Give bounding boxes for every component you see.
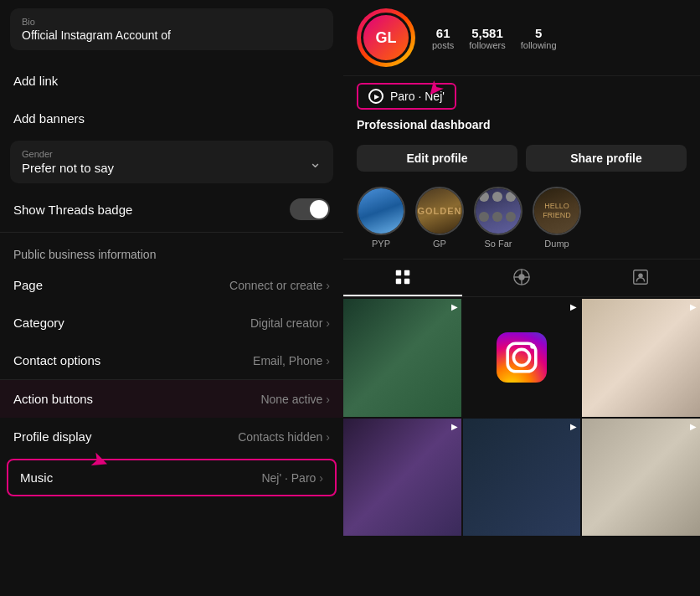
avatar-initials: GL: [376, 29, 397, 47]
gender-section[interactable]: Gender Prefer not to say ⌄: [10, 141, 333, 183]
action-chevron-icon: ›: [326, 393, 330, 406]
reel-badge-6: ▶: [690, 422, 697, 431]
edit-profile-button[interactable]: Edit profile: [357, 145, 517, 172]
highlight-image-gp: GOLDEN: [417, 188, 462, 234]
category-chevron-icon: ›: [326, 316, 330, 330]
threads-label: Show Threads badge: [13, 203, 132, 217]
highlight-image-pyp: [358, 188, 404, 234]
stat-following-label: following: [521, 40, 557, 50]
profile-display-row[interactable]: Profile display Contacts hidden › ➤: [0, 418, 343, 455]
reels-icon: [512, 268, 531, 286]
page-chevron-icon: ›: [326, 279, 330, 292]
highlight-circle-sofar: [474, 187, 522, 235]
reel-badge-4: ▶: [451, 422, 458, 431]
highlight-image-sofar: [476, 188, 521, 234]
music-value: Nej' · Paro ›: [261, 471, 323, 485]
svg-point-13: [530, 344, 535, 349]
gender-value: Prefer not to say: [22, 161, 114, 175]
stat-following: 5 following: [521, 26, 557, 50]
category-label: Category: [13, 316, 64, 330]
grid-cell-3[interactable]: ▶: [582, 299, 700, 417]
reel-badge-2: ▶: [570, 302, 577, 311]
threads-toggle[interactable]: [290, 198, 330, 220]
highlight-label-dump: Dump: [544, 239, 569, 249]
category-row[interactable]: Category Digital creator ›: [0, 304, 343, 342]
gender-inner: Gender Prefer not to say: [22, 149, 114, 175]
action-buttons-value: None active ›: [260, 393, 330, 406]
add-banners-item[interactable]: Add banners: [0, 100, 343, 137]
stat-followers-number: 5,581: [469, 26, 505, 40]
music-label: Music: [20, 470, 53, 485]
profile-display-value: Contacts hidden ›: [238, 430, 330, 444]
svg-point-9: [638, 273, 643, 278]
profile-display-label: Profile display: [13, 429, 91, 444]
highlight-circle-pyp: [357, 187, 405, 235]
bio-text: Official Instagram Account of: [22, 28, 322, 42]
page-row[interactable]: Page Connect or create ›: [0, 266, 343, 304]
reel-badge-5: ▶: [570, 422, 577, 431]
stat-followers-label: followers: [469, 40, 505, 50]
bio-label: Bio: [22, 17, 322, 27]
grid-cell-5[interactable]: ▶: [463, 419, 581, 537]
contact-value: Email, Phone ›: [253, 354, 330, 367]
add-link-label: Add link: [13, 74, 58, 88]
svg-rect-1: [404, 270, 409, 275]
action-buttons-row[interactable]: Action buttons None active ›: [0, 380, 343, 418]
svg-rect-0: [396, 270, 401, 275]
tab-grid[interactable]: [343, 259, 462, 296]
profile-stats: 61 posts 5,581 followers 5 following: [432, 26, 557, 50]
contact-row[interactable]: Contact options Email, Phone ›: [0, 342, 343, 379]
threads-row: Show Threads badge: [0, 187, 343, 232]
grid-cell-2[interactable]: ▶: [463, 299, 581, 417]
share-profile-button[interactable]: Share profile: [526, 145, 687, 172]
grid-cell-4[interactable]: ▶: [343, 419, 461, 537]
add-banners-label: Add banners: [13, 111, 85, 126]
tab-reels[interactable]: [462, 259, 581, 296]
tab-tagged[interactable]: [581, 259, 700, 296]
stat-followers: 5,581 followers: [469, 26, 505, 50]
gender-label: Gender: [22, 149, 114, 159]
professional-dashboard[interactable]: Professional dashboard: [343, 110, 700, 140]
highlight-pyp[interactable]: PYP: [357, 187, 405, 249]
highlight-sofar[interactable]: So Far: [474, 187, 522, 249]
profile-display-chevron-icon: ›: [326, 430, 330, 444]
highlight-dump[interactable]: HELLOFRIEND Dump: [533, 187, 581, 249]
svg-rect-2: [396, 279, 401, 284]
highlights-row: PYP GOLDEN GP So Far: [343, 180, 700, 255]
grid-cell-1[interactable]: ▶: [343, 299, 461, 417]
highlight-label-sofar: So Far: [484, 239, 512, 249]
public-business-header: Public business information: [0, 233, 343, 266]
highlight-circle-dump: HELLOFRIEND: [533, 187, 581, 235]
action-buttons-label: Action buttons: [13, 392, 93, 406]
music-row[interactable]: Music Nej' · Paro ›: [7, 459, 337, 496]
highlight-gp[interactable]: GOLDEN GP: [415, 187, 464, 249]
page-value: Connect or create ›: [229, 279, 330, 292]
reel-badge-1: ▶: [451, 302, 458, 311]
right-panel: GL 61 posts 5,581 followers 5 following …: [343, 0, 700, 596]
svg-rect-10: [497, 332, 547, 383]
name-highlight-row: Paro · Nej': [357, 83, 687, 110]
tabs-row: [343, 259, 700, 297]
page-label: Page: [13, 278, 43, 292]
toggle-knob: [310, 200, 328, 218]
music-chevron-icon: ›: [319, 471, 323, 485]
highlight-label-pyp: PYP: [372, 239, 390, 249]
contact-chevron-icon: ›: [326, 354, 330, 367]
stat-posts-label: posts: [432, 40, 454, 50]
instagram-logo-icon: [497, 332, 547, 383]
grid-icon: [394, 268, 412, 286]
stat-posts: 61 posts: [432, 26, 454, 50]
highlight-circle-gp: GOLDEN: [415, 187, 464, 235]
chevron-down-icon: ⌄: [309, 153, 322, 172]
bio-section: Bio Official Instagram Account of: [10, 8, 333, 50]
photo-grid: ▶ ▶: [343, 299, 700, 536]
highlight-image-dump: HELLOFRIEND: [534, 188, 579, 234]
add-link-item[interactable]: Add link: [0, 62, 343, 100]
avatar-inner: GL: [361, 13, 411, 63]
action-buttons-row-right: Edit profile Share profile: [343, 140, 700, 180]
profile-avatar: GL: [357, 8, 415, 67]
svg-rect-3: [404, 279, 409, 284]
tagged-icon: [631, 268, 650, 286]
category-value: Digital creator ›: [250, 316, 330, 330]
grid-cell-6[interactable]: ▶: [582, 419, 700, 537]
